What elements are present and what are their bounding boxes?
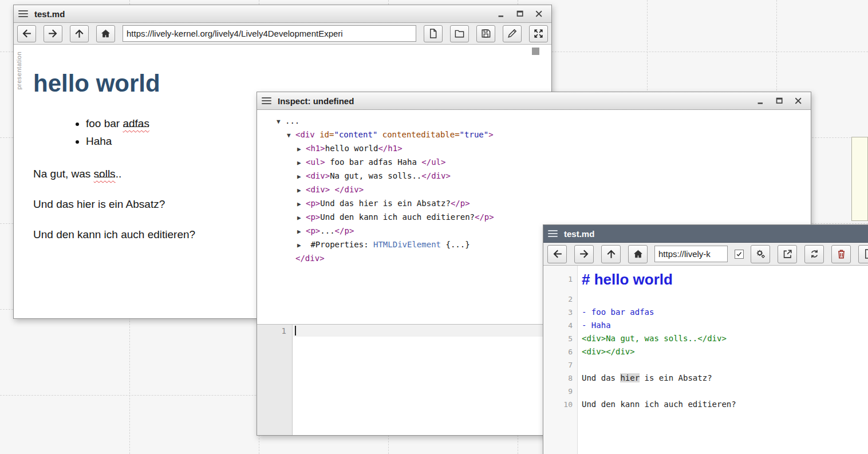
tree-node[interactable]: ▼... — [277, 115, 805, 128]
forward-button[interactable] — [574, 245, 594, 263]
action-buttons — [751, 245, 868, 263]
code-line[interactable]: <div></div> — [578, 345, 635, 358]
edit-button[interactable] — [503, 25, 522, 42]
source-editor[interactable]: 1# hello world23- foo bar adfas4- Haha5<… — [543, 266, 868, 454]
new-file-button[interactable] — [424, 25, 443, 42]
editor-line[interactable]: 6<div></div> — [543, 345, 868, 358]
editor-line[interactable]: 3- foo bar adfas — [543, 306, 868, 319]
maximize-button[interactable] — [513, 7, 527, 20]
collapse-triangle-icon[interactable]: ▼ — [277, 116, 285, 128]
auto-update-checkbox[interactable] — [735, 250, 744, 259]
code-line[interactable] — [578, 293, 582, 306]
back-icon — [21, 28, 32, 39]
fullscreen-icon — [533, 28, 544, 39]
code-line[interactable]: - foo bar adfas — [578, 306, 654, 319]
back-button[interactable] — [17, 25, 36, 42]
expand-triangle-icon[interactable]: ▶ — [297, 212, 306, 224]
text-segment: - Haha — [582, 321, 611, 330]
settings-icon — [755, 248, 766, 259]
new-file-button[interactable] — [858, 245, 868, 263]
close-button[interactable] — [532, 7, 546, 20]
save-button[interactable] — [476, 25, 495, 42]
expand-triangle-icon[interactable]: ▶ — [297, 184, 306, 197]
code-line[interactable]: - Haha — [578, 319, 611, 332]
line-number: 10 — [543, 398, 578, 411]
tree-node[interactable]: ▶<p>Und das hier is ein Absatz?</p> — [277, 197, 805, 211]
code-line[interactable] — [578, 385, 582, 398]
up-button[interactable] — [601, 245, 621, 263]
editor-line[interactable]: 9 — [543, 385, 868, 398]
tree-node[interactable]: ▶<div>Na gut, was solls..</div> — [277, 169, 805, 183]
url-input[interactable] — [654, 246, 728, 262]
expand-triangle-icon[interactable]: ▶ — [297, 143, 306, 156]
text-segment: <h1> — [306, 144, 325, 153]
line-number: 1 — [257, 325, 286, 337]
back-button[interactable] — [547, 245, 567, 263]
minimize-button[interactable] — [753, 94, 767, 107]
editor-line[interactable]: 8Und das hier is ein Absatz? — [543, 372, 868, 385]
window-title: Inspect: undefined — [278, 96, 354, 106]
expand-triangle-icon[interactable]: ▶ — [297, 171, 306, 183]
editor-line[interactable]: 7 — [543, 358, 868, 372]
tree-node[interactable]: ▼<div id="content" contenteditable="true… — [277, 128, 805, 142]
close-button[interactable] — [791, 94, 805, 107]
delete-button[interactable] — [831, 245, 851, 263]
resize-handle[interactable] — [532, 48, 539, 55]
code-line[interactable]: Und das hier is ein Absatz? — [578, 372, 712, 385]
collapse-triangle-icon[interactable]: ▼ — [287, 129, 295, 142]
reload-button[interactable] — [804, 245, 824, 263]
tree-node[interactable]: ▶<p>Und den kann ich auch editieren?</p> — [277, 211, 805, 224]
expand-triangle-icon[interactable]: ▶ — [297, 226, 306, 238]
text-segment: Und das hier is ein Absatz? — [33, 198, 165, 210]
editor-line[interactable]: 4- Haha — [543, 319, 868, 332]
minimize-icon — [496, 9, 506, 19]
code-line[interactable]: # hello world — [578, 266, 673, 293]
text-segment: - foo bar adfas — [582, 307, 654, 317]
code-line[interactable] — [578, 358, 582, 372]
url-input[interactable] — [123, 25, 416, 42]
code-line[interactable]: <div>Na gut, was solls..</div> — [578, 332, 727, 345]
text-segment: <div> — [306, 185, 330, 194]
text-segment: # hello world — [582, 271, 673, 288]
open-external-button[interactable] — [778, 245, 797, 263]
expand-triangle-icon[interactable]: ▶ — [297, 198, 306, 211]
text-segment: Na gut, was solls.. — [330, 171, 421, 180]
forward-button[interactable] — [44, 25, 62, 42]
text-segment: <div> — [306, 171, 330, 180]
code-line[interactable]: Und den kann ich auch editieren? — [578, 398, 736, 411]
reload-icon — [809, 248, 820, 259]
maximize-button[interactable] — [772, 94, 786, 107]
home-icon — [633, 248, 644, 259]
window-controls — [494, 7, 547, 20]
home-button[interactable] — [628, 245, 648, 263]
titlebar[interactable]: test.md — [543, 225, 868, 243]
nav-buttons — [17, 25, 115, 42]
titlebar[interactable]: Inspect: undefined — [257, 92, 811, 110]
fullscreen-button[interactable] — [529, 25, 548, 42]
home-button[interactable] — [96, 25, 115, 42]
text-caret — [295, 326, 296, 335]
menu-icon[interactable] — [262, 97, 271, 104]
expand-triangle-icon[interactable]: ▶ — [297, 157, 306, 169]
menu-icon[interactable] — [18, 10, 28, 17]
minimize-button[interactable] — [494, 7, 508, 20]
window-title: test.md — [34, 9, 65, 19]
tree-node[interactable]: ▶<h1>hello world</h1> — [277, 142, 805, 156]
titlebar[interactable]: test.md — [14, 5, 551, 23]
open-folder-button[interactable] — [450, 25, 469, 42]
editor-line[interactable]: 1# hello world — [543, 266, 868, 293]
close-icon — [534, 9, 544, 19]
yellow-note-panel[interactable] — [851, 137, 868, 221]
menu-icon[interactable] — [548, 230, 558, 237]
text-segment: <p> — [306, 212, 320, 222]
up-button[interactable] — [70, 25, 89, 42]
text-segment: "content" — [334, 130, 377, 139]
settings-button[interactable] — [751, 245, 770, 263]
editor-line[interactable]: 2 — [543, 293, 868, 306]
editor-line[interactable]: 10Und den kann ich auch editieren? — [543, 398, 868, 411]
tree-node[interactable]: ▶<div> </div> — [277, 183, 805, 197]
editor-line[interactable]: 5<div>Na gut, was solls..</div> — [543, 332, 868, 345]
text-segment: </p> — [335, 226, 354, 235]
tree-node[interactable]: ▶<ul> foo bar adfas Haha </ul> — [277, 156, 805, 169]
expand-triangle-icon[interactable]: ▶ — [297, 239, 306, 252]
